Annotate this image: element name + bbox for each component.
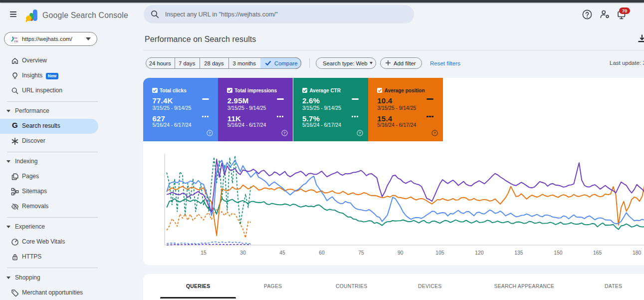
svg-text:?: ? bbox=[359, 131, 361, 135]
svg-text:?: ? bbox=[433, 131, 436, 135]
svg-text:?: ? bbox=[283, 131, 286, 135]
svg-text:VM: VM bbox=[14, 40, 18, 43]
svg-text:?: ? bbox=[209, 131, 211, 135]
svg-text:Ha: Ha bbox=[14, 36, 18, 39]
